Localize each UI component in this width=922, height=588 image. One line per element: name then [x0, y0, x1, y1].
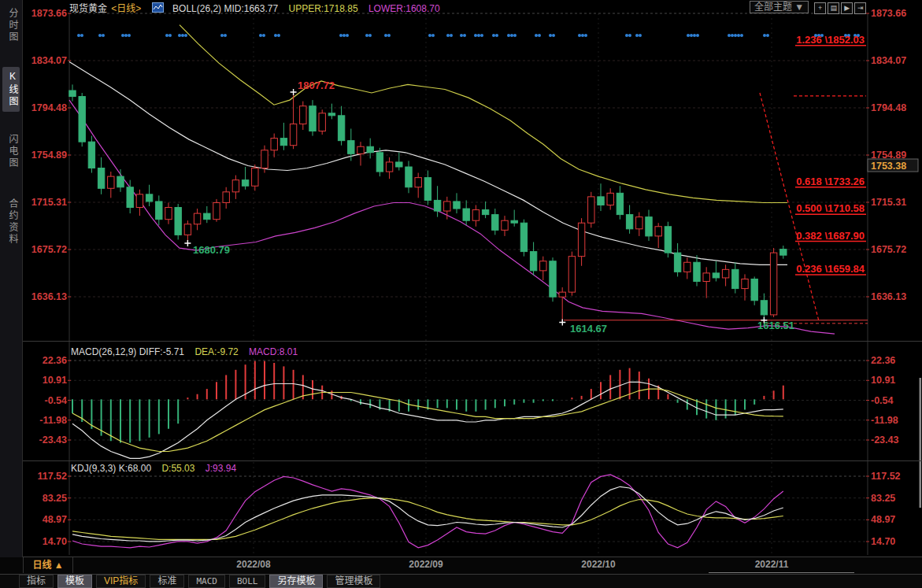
event-dot-icon — [431, 34, 435, 37]
sidebar-item-contract-info[interactable]: 合约资料 — [2, 194, 20, 250]
tab-boll[interactable]: BOLL — [229, 575, 266, 588]
event-dot-icon — [77, 34, 80, 37]
sidebar-item-flash[interactable]: 闪电图 — [2, 130, 20, 173]
candle — [434, 200, 440, 211]
candle — [703, 273, 709, 282]
event-dot-icon — [737, 34, 740, 37]
theme-dropdown[interactable]: 全部主题 ▼ — [750, 1, 809, 13]
event-dot-icon — [428, 34, 431, 37]
candle — [694, 262, 700, 281]
svg-text:10.91: 10.91 — [871, 375, 895, 386]
tab-macd[interactable]: MACD — [188, 575, 225, 588]
event-dot-icon — [124, 34, 128, 37]
event-dot-icon — [165, 34, 168, 37]
sidebar-item-kline[interactable]: K线图 — [2, 67, 20, 112]
candle — [598, 197, 604, 205]
time-axis-row: 日线 ▲ 2022/082022/092022/102022/11 — [0, 557, 922, 574]
chart-type-sidebar: 分时图K线图闪电图合约资料 — [0, 0, 23, 557]
candle — [722, 269, 728, 278]
event-dot-icon — [513, 34, 517, 37]
svg-text:-23.43: -23.43 — [39, 435, 67, 446]
tab-standard[interactable]: 标准 — [150, 575, 184, 588]
svg-text:1715.31: 1715.31 — [871, 197, 906, 208]
fit-chart-icon[interactable]: ▤ — [828, 2, 839, 14]
event-dot-icon — [387, 34, 391, 37]
candle — [520, 223, 527, 251]
candle — [502, 220, 508, 230]
svg-text:83.25: 83.25 — [43, 493, 67, 504]
event-dot-icon — [731, 34, 734, 37]
event-dot-icon — [584, 34, 587, 37]
fib-level-label: 0.236 \1659.84 — [796, 263, 865, 275]
svg-text:1834.07: 1834.07 — [871, 55, 906, 66]
svg-text:1636.13: 1636.13 — [31, 291, 67, 302]
trading-app-window: 1.236 \1852.030.618 \1733.260.500 \1710.… — [0, 0, 922, 588]
candle — [69, 91, 76, 97]
scrollbar[interactable] — [709, 572, 854, 573]
event-dot-icon — [80, 34, 83, 37]
price-annotation: 1614.67 — [570, 323, 607, 335]
vertical-scrollbar[interactable] — [920, 378, 922, 508]
sidebar-item-time-share[interactable]: 分时图 — [2, 4, 20, 47]
candle — [636, 217, 642, 229]
event-dot-icon — [98, 34, 102, 37]
period-selector[interactable]: 日线 ▲ — [23, 557, 73, 573]
candle — [550, 261, 556, 297]
event-dot-icon — [578, 34, 581, 37]
event-dot-icon — [549, 34, 552, 37]
candle — [674, 253, 680, 272]
tab-indicators[interactable]: 指标 — [19, 575, 54, 588]
tab-save-template[interactable]: 另存模板 — [269, 575, 323, 588]
candle — [88, 142, 94, 168]
fib-level-label: 0.382 \1687.90 — [796, 230, 865, 242]
candle — [271, 139, 277, 150]
candle — [530, 252, 536, 271]
fib-level-label: 0.618 \1733.26 — [796, 176, 865, 187]
candle — [127, 187, 133, 208]
candle — [684, 262, 691, 272]
boll-upper-label: UPPER:1718.85 — [289, 3, 358, 14]
kdj-header: KDJ(9,3,3) K:68.00 D:55.03 J:93.94 — [71, 463, 244, 474]
candle — [338, 116, 344, 141]
event-dot-icon — [628, 34, 631, 37]
chart-canvas[interactable]: 1.236 \1852.030.618 \1733.260.500 \1710.… — [0, 0, 922, 588]
fib-level-label: 1.236 \1852.03 — [796, 34, 865, 46]
event-dot-icon — [635, 34, 639, 37]
event-dot-icon — [259, 34, 262, 37]
event-dot-icon — [168, 34, 172, 37]
svg-text:-23.43: -23.43 — [871, 435, 898, 446]
svg-text:117.52: 117.52 — [37, 471, 67, 482]
event-dot-icon — [538, 34, 541, 37]
jump-end-icon[interactable]: ⇥ — [854, 2, 866, 14]
event-dot-icon — [128, 34, 131, 37]
svg-text:1794.48: 1794.48 — [871, 102, 906, 113]
svg-text:48.97: 48.97 — [43, 514, 67, 525]
candle — [357, 146, 364, 153]
event-dot-icon — [274, 34, 277, 37]
move-pad-icon[interactable]: + — [814, 2, 826, 14]
panel-divider — [0, 341, 922, 342]
price-annotation: 1680.79 — [193, 244, 230, 256]
boll-mid-label: BOLL(26,2) MID:1663.77 — [172, 3, 278, 14]
tab-vip-indicators[interactable]: VIP指标 — [96, 575, 146, 588]
event-dot-icon — [446, 34, 450, 37]
tab-templates[interactable]: 模板 — [57, 575, 92, 588]
svg-text:-0.54: -0.54 — [871, 395, 894, 406]
candle — [204, 213, 210, 220]
candle — [156, 202, 162, 220]
svg-text:10.91: 10.91 — [43, 375, 67, 386]
event-dot-icon — [696, 34, 699, 37]
event-dot-icon — [365, 34, 368, 37]
event-dot-icon — [581, 34, 584, 37]
event-dot-icon — [474, 34, 477, 37]
tab-manage-templates[interactable]: 管理模板 — [327, 575, 380, 588]
step-forward-icon[interactable]: ▶ — [841, 2, 853, 14]
event-dot-icon — [224, 34, 227, 37]
candle — [79, 97, 85, 142]
event-dot-icon — [510, 34, 513, 37]
bottom-tab-bar: 指标模板VIP指标标准MACDBOLL另存模板管理模板 — [0, 575, 922, 588]
candle — [136, 194, 143, 208]
price-marker-cross — [184, 240, 191, 246]
candle — [761, 301, 767, 315]
svg-text:1715.31: 1715.31 — [31, 197, 67, 208]
